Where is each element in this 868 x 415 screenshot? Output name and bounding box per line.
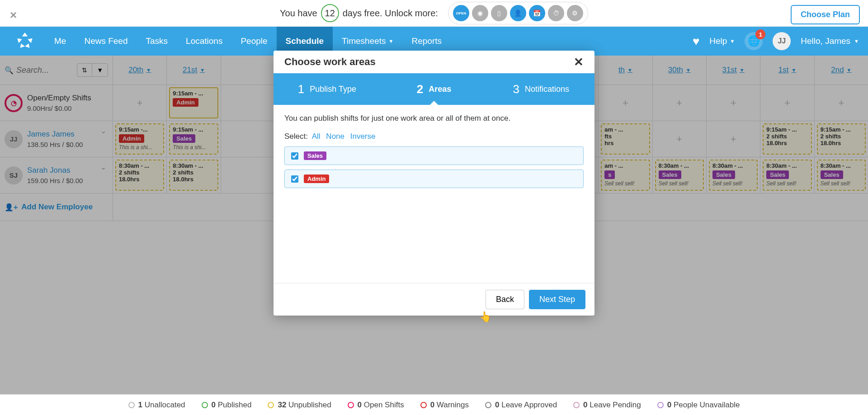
logo-icon[interactable] xyxy=(14,30,36,52)
modal-hint: You can publish shifts for just one work… xyxy=(284,114,584,123)
open-shifts-icon: ◔ xyxy=(5,94,23,112)
trial-banner: × You have 12 days free. Unlock more: OP… xyxy=(0,0,868,27)
chevron-down-icon[interactable]: ⌄ xyxy=(100,163,106,171)
days-remaining: 12 xyxy=(321,4,339,22)
feature-timer-icon[interactable]: ⏱ xyxy=(548,5,564,21)
add-icon: + xyxy=(137,97,143,109)
publish-modal: Choose work areas ✕ 1Publish Type2Areas3… xyxy=(274,51,594,316)
nav-news-feed[interactable]: News Feed xyxy=(75,27,137,56)
area-row-admin[interactable]: Admin xyxy=(284,170,584,188)
shift-card[interactable]: 8:30am - ...SalesSell sell sell! xyxy=(655,160,704,191)
status-leave-pending: 0 Leave Pending xyxy=(573,401,641,410)
date-header[interactable]: 30th ▼ xyxy=(653,56,707,85)
shift-card[interactable]: 9:15am - ...SalesThis is a shi... xyxy=(169,123,218,155)
date-header[interactable]: 20th ▼ xyxy=(113,56,167,85)
search-cell: 🔍 ⇅ ▼ xyxy=(0,56,113,85)
shift-card[interactable]: 9:15am - ...2 shifts18.0hrs xyxy=(817,123,866,155)
status-unallocated: 1 Unallocated xyxy=(128,401,185,410)
date-header[interactable]: 31st ▼ xyxy=(707,56,760,85)
shift-card[interactable]: 8:30am - ...SalesSell sell sell! xyxy=(763,160,811,191)
step-areas[interactable]: 2Areas xyxy=(381,73,488,105)
nav-tasks[interactable]: Tasks xyxy=(137,27,177,56)
nav-me[interactable]: Me xyxy=(45,27,75,56)
back-button[interactable]: Back xyxy=(486,290,524,309)
feature-device-icon[interactable]: ▯ xyxy=(491,5,507,21)
shift-card[interactable]: 8:30am - ...SalesSell sell sell! xyxy=(709,160,758,191)
search-input[interactable] xyxy=(16,66,71,75)
feature-person-icon[interactable]: 👤 xyxy=(510,5,526,21)
notifications-button[interactable]: 🌐 1 xyxy=(745,32,763,50)
chevron-down-icon[interactable]: ⌄ xyxy=(100,127,106,135)
date-header[interactable]: 21st ▼ xyxy=(167,56,221,85)
step-publish-type[interactable]: 1Publish Type xyxy=(274,73,381,105)
open-shifts-title: Open/Empty Shifts xyxy=(27,94,91,103)
step-notifications[interactable]: 3Notifications xyxy=(487,73,594,105)
feature-icons: OPEN ◉ ▯ 👤 📅 ⏱ ⚙ xyxy=(448,2,588,24)
date-header[interactable]: 1st ▼ xyxy=(760,56,814,85)
date-header[interactable] xyxy=(221,56,275,85)
shift-card[interactable]: 8:30am - ...2 shifts18.0hrs xyxy=(115,160,164,191)
shift-cell[interactable]: + xyxy=(707,85,760,121)
shift-cell[interactable]: + xyxy=(653,121,707,157)
nav-locations[interactable]: Locations xyxy=(177,27,231,56)
select-row: Select: All None Inverse xyxy=(284,132,584,141)
feature-camera-icon[interactable]: ◉ xyxy=(472,5,488,21)
feature-calendar-icon[interactable]: 📅 xyxy=(529,5,545,21)
shift-cell[interactable]: 9:15am - ... Admin xyxy=(167,85,221,121)
shift-card[interactable]: 9:15am -...AdminThis is a shi... xyxy=(115,123,164,155)
choose-plan-button[interactable]: Choose Plan xyxy=(791,5,860,24)
shift-cell[interactable]: + xyxy=(760,85,814,121)
sort-dropdown[interactable]: ▼ xyxy=(92,64,108,76)
shift-card[interactable]: 8:30am - ...SalesSell sell sell! xyxy=(817,160,866,191)
status-warnings: 0 Warnings xyxy=(420,401,469,410)
shift-cell[interactable]: + xyxy=(815,85,868,121)
status-people-unavailable: 0 People Unavailable xyxy=(657,401,740,410)
banner-suffix: days free. Unlock more: xyxy=(343,8,438,19)
area-checkbox[interactable] xyxy=(291,175,298,183)
date-header[interactable]: 2nd ▼ xyxy=(815,56,868,85)
area-tag: Admin xyxy=(304,174,329,183)
user-menu[interactable]: Hello, James ▼ xyxy=(801,36,859,46)
select-inverse-link[interactable]: Inverse xyxy=(350,132,376,141)
close-icon[interactable]: ✕ xyxy=(574,55,584,69)
area-checkbox[interactable] xyxy=(291,152,298,160)
svg-marker-4 xyxy=(20,43,25,47)
nav-people[interactable]: People xyxy=(231,27,276,56)
add-employee-button[interactable]: 👤+ Add New Employee xyxy=(0,193,113,221)
feature-settings-icon[interactable]: ⚙ xyxy=(567,5,583,21)
next-step-button[interactable]: Next Step xyxy=(529,290,585,309)
shift-card[interactable]: 9:15am - ...2 shifts18.0hrs xyxy=(763,123,811,155)
modal-title: Choose work areas xyxy=(284,56,376,68)
shift-card[interactable]: am - ...sSell sell sell! xyxy=(601,160,650,191)
select-none-link[interactable]: None xyxy=(326,132,344,141)
help-link[interactable]: Help ▼ xyxy=(709,36,735,46)
shift-cell[interactable]: + xyxy=(599,85,652,121)
employee-name[interactable]: James James xyxy=(27,130,83,139)
status-unpublished: 32 Unpublished xyxy=(268,401,331,410)
area-tag: Sales xyxy=(304,151,326,160)
search-icon: 🔍 xyxy=(5,66,14,75)
feature-open-icon[interactable]: OPEN xyxy=(453,5,469,21)
employee-name[interactable]: Sarah Jonas xyxy=(27,166,83,175)
sort-button[interactable]: ⇅ xyxy=(77,64,92,76)
employee-hours: 138.50 Hrs / $0.00 xyxy=(27,141,83,148)
close-icon[interactable]: × xyxy=(10,8,17,22)
avatar: JJ xyxy=(5,130,23,148)
status-published: 0 Published xyxy=(202,401,252,410)
date-header[interactable]: th ▼ xyxy=(599,56,652,85)
shift-cell[interactable]: + xyxy=(113,85,167,121)
shift-card[interactable]: 9:15am - ... Admin xyxy=(169,87,218,118)
open-shifts-sub: 9.00Hrs/ $0.00 xyxy=(27,104,91,112)
area-row-sales[interactable]: Sales xyxy=(284,146,584,165)
svg-marker-2 xyxy=(17,38,22,43)
avatar: SJ xyxy=(5,166,23,184)
add-user-icon: 👤+ xyxy=(5,203,18,212)
svg-marker-1 xyxy=(28,38,33,43)
shift-card[interactable]: 8:30am - ...2 shifts18.0hrs xyxy=(169,160,218,191)
avatar[interactable]: JJ xyxy=(773,32,791,50)
shift-cell[interactable]: + xyxy=(653,85,707,121)
shift-cell[interactable]: + xyxy=(707,121,760,157)
shift-card[interactable]: am - ...ftshrs xyxy=(601,123,650,155)
heart-icon[interactable]: ♥ xyxy=(693,34,699,48)
select-all-link[interactable]: All xyxy=(312,132,321,141)
